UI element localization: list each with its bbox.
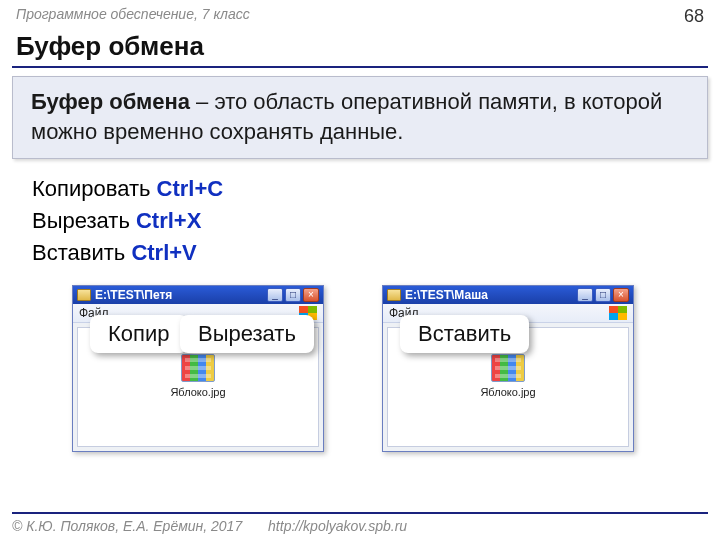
file-item-right[interactable]: Яблоко.jpg (468, 354, 548, 398)
page-title: Буфер обмена (0, 29, 720, 66)
definition-term: Буфер обмена (31, 89, 190, 114)
explorer-window-left: E:\TEST\Петя _ □ × Файл Яблоко.jpg (72, 285, 324, 452)
shortcut-cut: Вырезать Ctrl+X (32, 205, 720, 237)
maximize-button[interactable]: □ (595, 288, 611, 302)
shortcut-cut-kbd: Ctrl+X (136, 208, 201, 233)
shortcut-paste: Вставить Ctrl+V (32, 237, 720, 269)
close-button[interactable]: × (303, 288, 319, 302)
file-name-right: Яблоко.jpg (468, 386, 548, 398)
close-button[interactable]: × (613, 288, 629, 302)
file-item-left[interactable]: Яблоко.jpg (158, 354, 238, 398)
course-label: Программное обеспечение, 7 класс (16, 6, 250, 27)
callout-paste: Вставить (400, 315, 529, 353)
minimize-button[interactable]: _ (577, 288, 593, 302)
folder-icon (77, 289, 91, 301)
window-buttons: _ □ × (577, 288, 629, 302)
window-title-right: E:\TEST\Маша (405, 288, 573, 302)
explorer-window-right: E:\TEST\Маша _ □ × Файл Яблоко.jpg (382, 285, 634, 452)
window-title-left: E:\TEST\Петя (95, 288, 263, 302)
page-number: 68 (684, 6, 704, 27)
footer-authors: © К.Ю. Поляков, Е.А. Ерёмин, 2017 (12, 518, 242, 534)
footer: © К.Ю. Поляков, Е.А. Ерёмин, 2017 http:/… (12, 512, 708, 534)
title-rule (12, 66, 708, 68)
image-file-icon (181, 354, 215, 382)
shortcut-copy-label: Копировать (32, 176, 157, 201)
minimize-button[interactable]: _ (267, 288, 283, 302)
shortcut-copy-kbd: Ctrl+C (157, 176, 224, 201)
shortcut-cut-label: Вырезать (32, 208, 136, 233)
footer-url: http://kpolyakov.spb.ru (268, 518, 407, 534)
file-name-left: Яблоко.jpg (158, 386, 238, 398)
image-file-icon (491, 354, 525, 382)
shortcut-copy: Копировать Ctrl+C (32, 173, 720, 205)
folder-icon (387, 289, 401, 301)
definition-box: Буфер обмена – это область оперативной п… (12, 76, 708, 159)
header-meta: Программное обеспечение, 7 класс 68 (0, 0, 720, 29)
shortcut-paste-label: Вставить (32, 240, 131, 265)
window-buttons: _ □ × (267, 288, 319, 302)
titlebar-left: E:\TEST\Петя _ □ × (73, 286, 323, 304)
windows-logo-icon (609, 306, 627, 320)
titlebar-right: E:\TEST\Маша _ □ × (383, 286, 633, 304)
shortcuts-list: Копировать Ctrl+C Вырезать Ctrl+X Встави… (0, 169, 720, 279)
maximize-button[interactable]: □ (285, 288, 301, 302)
shortcut-paste-kbd: Ctrl+V (131, 240, 196, 265)
callout-cut: Вырезать (180, 315, 314, 353)
windows-area: E:\TEST\Петя _ □ × Файл Яблоко.jpg E:\TE… (0, 285, 720, 495)
callout-copy: Копир (90, 315, 188, 353)
